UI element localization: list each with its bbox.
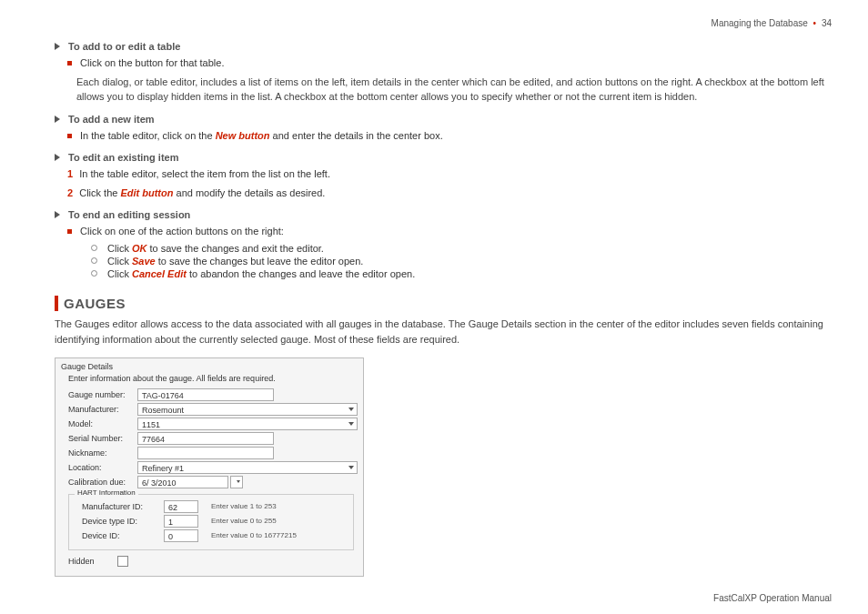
numbered-item: 2 Click the Edit button and modify the d… [67, 186, 832, 201]
hidden-checkbox[interactable] [117, 556, 128, 567]
sub-bullet-cancel: Click Cancel Edit to abandon the changes… [91, 268, 832, 279]
square-bullet-icon [67, 61, 72, 65]
chevron-right-icon [55, 116, 60, 123]
circle-bullet-icon [91, 245, 97, 251]
label-serial: Serial Number: [68, 434, 134, 443]
new-button-ref: New button [216, 130, 270, 141]
label-dev-type: Device type ID: [82, 517, 160, 526]
select-location[interactable]: Refinery #1 [137, 461, 358, 474]
label-nickname: Nickname: [68, 448, 134, 458]
chapter-title: Managing the Database [712, 18, 808, 28]
numbered-item: 1 In the table editor, select the item f… [67, 166, 832, 182]
circle-bullet-icon [91, 270, 97, 277]
label-mfg-id: Manufacturer ID: [82, 502, 160, 511]
chevron-right-icon [55, 43, 60, 50]
gauge-details-panel: Gauge Details Enter information about th… [55, 357, 364, 577]
calendar-icon[interactable] [230, 476, 243, 488]
hint-dev-id: Enter value 0 to 16777215 [211, 531, 297, 539]
header-dot: • [813, 18, 817, 28]
chevron-right-icon [55, 154, 60, 161]
heading-add-new-item: To add a new item [55, 114, 832, 125]
page-header: Managing the Database • 34 [55, 18, 832, 28]
row-model: Model: 1151 [68, 418, 358, 430]
hint-mfg-id: Enter value 1 to 253 [211, 502, 277, 510]
section-gauges: GAUGES [55, 296, 832, 311]
input-dev-type[interactable]: 1 [164, 515, 198, 528]
row-nickname: Nickname: [68, 447, 358, 459]
footer-text: FastCalXP Operation Manual [713, 593, 832, 603]
step-number: 2 [67, 187, 73, 198]
input-cal-due[interactable]: 6/ 3/2010 [137, 476, 228, 488]
panel-title: Gauge Details [61, 362, 358, 371]
input-mfg-id[interactable]: 62 [164, 500, 198, 513]
chevron-right-icon [55, 211, 60, 218]
body-text: Each dialog, or table editor, includes a… [76, 75, 832, 105]
label-location: Location: [68, 463, 134, 472]
label-hidden: Hidden [68, 557, 114, 566]
page-number: 34 [822, 18, 832, 28]
input-dev-id[interactable]: 0 [164, 529, 198, 542]
gauges-description: The Gauges editor allows access to the d… [55, 317, 832, 348]
heading-end-editing: To end an editing session [55, 209, 832, 220]
label-cal-due: Calibration due: [68, 478, 134, 487]
heading-add-edit-table: To add to or edit a table [55, 41, 832, 52]
row-manufacturer: Manufacturer: Rosemount [68, 403, 358, 416]
save-ref: Save [132, 256, 156, 267]
label-dev-id: Device ID: [82, 531, 160, 540]
row-location: Location: Refinery #1 [68, 461, 358, 474]
sub-bullet-ok: Click OK to save the changes and exit th… [91, 243, 832, 254]
row-dev-type: Device type ID: 1 Enter value 0 to 255 [82, 515, 348, 528]
label-gauge-number: Gauge number: [68, 390, 134, 399]
hart-group: HART Information Manufacturer ID: 62 Ent… [68, 494, 354, 550]
bullet-item: In the table editor, click on the New bu… [67, 128, 832, 144]
row-serial: Serial Number: 77664 [68, 432, 358, 445]
ok-ref: OK [132, 243, 147, 254]
row-calibration-due: Calibration due: 6/ 3/2010 [68, 476, 358, 488]
edit-button-ref: Edit button [120, 187, 173, 198]
bullet-item: Click on the button for that table. [67, 55, 832, 71]
input-gauge-number[interactable]: TAG-01764 [137, 388, 274, 401]
row-hidden: Hidden [68, 556, 358, 567]
row-mfg-id: Manufacturer ID: 62 Enter value 1 to 253 [82, 500, 348, 513]
input-nickname[interactable] [137, 447, 274, 459]
panel-subtitle: Enter information about the gauge. All f… [68, 374, 358, 383]
row-dev-id: Device ID: 0 Enter value 0 to 16777215 [82, 529, 348, 542]
select-manufacturer[interactable]: Rosemount [137, 403, 358, 416]
square-bullet-icon [67, 134, 72, 138]
select-model[interactable]: 1151 [137, 418, 358, 430]
label-model: Model: [68, 419, 134, 428]
heading-edit-existing: To edit an existing item [55, 152, 832, 163]
hart-legend: HART Information [75, 488, 138, 497]
cancel-edit-ref: Cancel Edit [132, 268, 187, 279]
label-manufacturer: Manufacturer: [68, 405, 134, 414]
hint-dev-type: Enter value 0 to 255 [211, 517, 277, 525]
input-serial[interactable]: 77664 [137, 432, 274, 445]
step-number: 1 [67, 168, 73, 179]
bullet-item: Click on one of the action buttons on th… [67, 224, 832, 239]
sub-bullet-save: Click Save to save the changes but leave… [91, 256, 832, 267]
square-bullet-icon [67, 229, 72, 234]
circle-bullet-icon [91, 257, 97, 264]
section-bar-icon [55, 296, 58, 311]
row-gauge-number: Gauge number: TAG-01764 [68, 388, 358, 401]
